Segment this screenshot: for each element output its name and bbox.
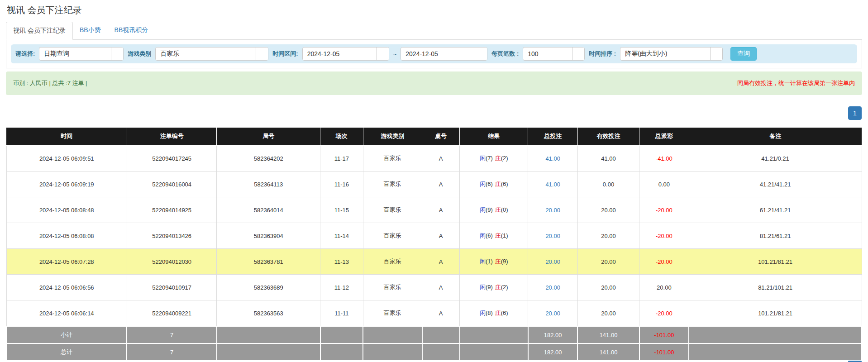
- col-bet-id: 注单编号: [127, 128, 216, 145]
- pagination: 1: [6, 106, 862, 120]
- dropdown-arrow-area: [111, 48, 123, 60]
- time-sort-select[interactable]: 降幂(由大到小): [620, 47, 723, 61]
- bet-records-table: 时间 注单编号 局号 场次 游戏类别 桌号 结果 总投注 有效投注 总派彩 备注…: [6, 128, 862, 361]
- date-to-value: 2024-12-05: [401, 50, 475, 57]
- table-row-highlighted: 2024-12-05 06:07:28 522094012030 5823637…: [6, 249, 862, 275]
- dropdown-arrow-area: [377, 48, 389, 60]
- dropdown-arrow-area: [256, 48, 268, 60]
- col-time: 时间: [6, 128, 127, 145]
- banker-label: 庄: [495, 206, 501, 213]
- page-title: 视讯 会员下注纪录: [7, 4, 862, 16]
- result-cell: 闲(6)庄(6): [460, 171, 528, 197]
- total-row: 总计 7 182.00 141.00 -101.00: [6, 343, 862, 361]
- col-payout: 总派彩: [639, 128, 689, 145]
- dropdown-arrow-area: [475, 48, 487, 60]
- date-from-value: 2024-12-05: [303, 50, 377, 57]
- payout-value: -41.00: [656, 155, 672, 162]
- tab-bb-tip[interactable]: BB小费: [73, 22, 108, 39]
- page-1-button[interactable]: 1: [848, 106, 862, 120]
- table-row: 2024-12-05 06:06:14 522094009221 5823635…: [6, 300, 862, 327]
- table-row: 2024-12-05 06:09:51 522094017245 5823642…: [6, 145, 862, 171]
- filter-bar: 请选择: 日期查询 游戏类别 百家乐 时间区间: 2024-12-05 ~ 20…: [11, 44, 857, 63]
- query-type-select[interactable]: 日期查询: [39, 47, 124, 61]
- payout-value: 20.00: [657, 284, 672, 291]
- result-cell: 闲(7)庄(2): [460, 145, 528, 171]
- total-bet-link[interactable]: 20.00: [545, 233, 560, 239]
- filter-panel: 请选择: 日期查询 游戏类别 百家乐 时间区间: 2024-12-05 ~ 20…: [6, 40, 862, 68]
- payout-value: 0.00: [658, 181, 670, 188]
- total-bet-link[interactable]: 20.00: [545, 258, 560, 265]
- time-sort-value: 降幂(由大到小): [620, 50, 710, 58]
- player-label: 闲: [480, 206, 486, 213]
- range-separator: ~: [393, 51, 397, 57]
- banker-label: 庄: [495, 181, 501, 187]
- player-label: 闲: [480, 181, 486, 187]
- total-bet-link[interactable]: 20.00: [545, 207, 560, 214]
- total-bet-link[interactable]: 41.00: [545, 181, 560, 188]
- tab-video-bet-records[interactable]: 视讯 会员下注纪录: [6, 22, 73, 40]
- time-sort-label: 时间排序 :: [589, 50, 616, 58]
- table-row: 2024-12-05 06:06:56 522094010917 5823636…: [6, 275, 862, 300]
- total-bet-link[interactable]: 20.00: [545, 284, 560, 291]
- table-row: 2024-12-05 06:08:08 522094013426 5823639…: [6, 223, 862, 249]
- game-type-select[interactable]: 百家乐: [155, 47, 268, 61]
- result-cell: 闲(9)庄(0): [460, 197, 528, 223]
- payout-value: -101.00: [654, 332, 674, 338]
- col-session: 场次: [320, 128, 363, 145]
- tab-bar: 视讯 会员下注纪录 BB小费 BB视讯积分: [6, 22, 862, 40]
- col-total-bet: 总投注: [528, 128, 578, 145]
- tab-bb-video-points[interactable]: BB视讯积分: [108, 22, 155, 39]
- date-from-input[interactable]: 2024-12-05: [302, 47, 389, 61]
- dropdown-arrow-area: [572, 48, 584, 60]
- col-game-type: 游戏类别: [363, 128, 422, 145]
- time-range-label: 时间区间:: [272, 50, 298, 58]
- player-label: 闲: [480, 258, 486, 265]
- query-type-value: 日期查询: [39, 50, 111, 58]
- result-cell: 闲(6)庄(1): [460, 223, 528, 249]
- per-page-value: 100: [523, 50, 572, 57]
- query-type-label: 请选择:: [15, 50, 35, 58]
- col-valid-bet: 有效投注: [577, 128, 639, 145]
- per-page-label: 每页笔数 :: [491, 50, 519, 58]
- banker-label: 庄: [495, 155, 501, 162]
- table-row: 2024-12-05 06:09:19 522094016004 5823641…: [6, 171, 862, 197]
- payout-value: -20.00: [656, 310, 672, 317]
- currency-summary-text: 币别 : 人民币 | 总共 :7 注单 |: [13, 79, 87, 87]
- game-type-label: 游戏类别: [128, 50, 151, 58]
- table-row: 2024-12-05 06:08:48 522094014925 5823640…: [6, 197, 862, 223]
- banker-label: 庄: [495, 232, 501, 239]
- subtotal-row: 小计 7 182.00 141.00 -101.00: [6, 326, 862, 343]
- banker-label: 庄: [495, 310, 501, 316]
- dropdown-arrow-area: [710, 48, 722, 60]
- summary-bar: 币别 : 人民币 | 总共 :7 注单 | 同局有效投注，统一计算在该局第一张注…: [6, 71, 862, 95]
- player-label: 闲: [480, 284, 486, 291]
- player-label: 闲: [480, 155, 486, 162]
- valid-bet-notice: 同局有效投注，统一计算在该局第一张注单内: [737, 79, 855, 87]
- banker-label: 庄: [495, 258, 501, 265]
- banker-label: 庄: [495, 284, 501, 291]
- result-cell: 闲(8)庄(6): [460, 300, 528, 327]
- col-result: 结果: [460, 128, 528, 145]
- payout-value: -20.00: [656, 233, 672, 239]
- total-bet-link[interactable]: 41.00: [545, 155, 560, 162]
- col-remark: 备注: [689, 128, 862, 145]
- search-button[interactable]: 查询: [730, 47, 757, 61]
- result-cell: 闲(1)庄(9): [460, 249, 528, 275]
- total-bet-link[interactable]: 20.00: [545, 310, 560, 317]
- date-to-input[interactable]: 2024-12-05: [401, 47, 487, 61]
- payout-value: -20.00: [656, 207, 672, 214]
- col-round-id: 局号: [217, 128, 320, 145]
- payout-value: -20.00: [656, 258, 672, 265]
- player-label: 闲: [480, 232, 486, 239]
- table-header-row: 时间 注单编号 局号 场次 游戏类别 桌号 结果 总投注 有效投注 总派彩 备注: [6, 128, 862, 145]
- col-table-no: 桌号: [422, 128, 460, 145]
- payout-value: -101.00: [654, 349, 674, 356]
- game-type-value: 百家乐: [156, 50, 256, 58]
- player-label: 闲: [480, 310, 486, 316]
- per-page-input[interactable]: 100: [523, 47, 585, 61]
- result-cell: 闲(9)庄(2): [460, 275, 528, 300]
